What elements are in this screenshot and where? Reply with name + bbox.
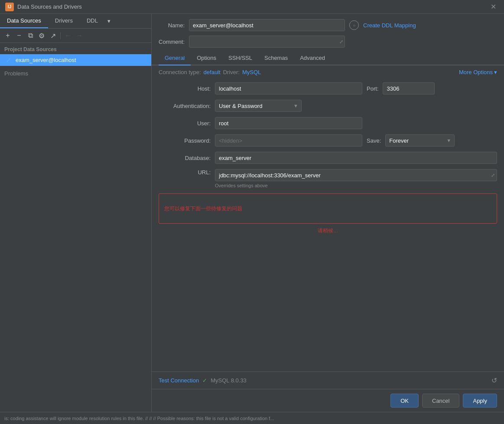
comment-input[interactable] xyxy=(189,36,345,48)
project-data-sources-header: Project Data Sources xyxy=(0,43,151,54)
right-panel: Name: ○ Create DDL Mapping Comment: ⤢ Ge… xyxy=(152,14,504,412)
database-input[interactable] xyxy=(215,152,497,164)
dialog-body: Data Sources Drivers DDL ▾ + − ⧉ ⚙ ↗ ← →… xyxy=(0,14,504,412)
tab-data-sources[interactable]: Data Sources xyxy=(0,14,48,28)
url-row: URL: ⤢ xyxy=(159,169,497,181)
dialog-title: Data Sources and Drivers xyxy=(17,3,488,10)
add-button[interactable]: + xyxy=(3,30,13,41)
settings-button[interactable]: ⚙ xyxy=(36,30,47,41)
password-input[interactable] xyxy=(215,134,362,147)
host-port-row: Host: Port: xyxy=(159,82,497,95)
name-input[interactable] xyxy=(189,19,345,31)
tab-drivers[interactable]: Drivers xyxy=(48,14,80,28)
dialog: IJ Data Sources and Drivers ✕ Data Sourc… xyxy=(0,0,504,412)
user-input[interactable] xyxy=(215,117,362,129)
tab-options[interactable]: Options xyxy=(191,51,222,65)
tab-ddl[interactable]: DDL xyxy=(80,14,105,28)
remove-button[interactable]: − xyxy=(14,30,24,41)
connection-type-value[interactable]: default xyxy=(204,69,221,75)
auth-select-wrapper: User & Password ▼ xyxy=(215,100,302,112)
save-select-wrapper: Forever ▼ xyxy=(385,134,455,147)
url-expand-icon[interactable]: ⤢ xyxy=(491,173,495,178)
error-text: 您可以修复下面一些待修复的问题 xyxy=(164,205,242,212)
comment-wrapper: ⤢ xyxy=(189,36,345,48)
name-row: Name: ○ Create DDL Mapping xyxy=(152,14,504,34)
mysql-version: MySQL 8.0.33 xyxy=(211,377,247,384)
toolbar-separator xyxy=(60,32,61,39)
error-hint: 请稍候... xyxy=(159,227,497,235)
port-input[interactable] xyxy=(383,82,435,95)
app-icon: IJ xyxy=(5,3,14,11)
comment-expand-icon[interactable]: ⤢ xyxy=(339,39,343,45)
port-label: Port: xyxy=(367,85,378,92)
database-row: Database: xyxy=(159,152,497,164)
config-tabs: General Options SSH/SSL Schemas Advanced xyxy=(152,51,504,65)
copy-button[interactable]: ⧉ xyxy=(25,30,36,41)
user-label: User: xyxy=(159,120,211,127)
error-box: 您可以修复下面一些待修复的问题 xyxy=(159,193,497,224)
left-panel: Data Sources Drivers DDL ▾ + − ⧉ ⚙ ↗ ← →… xyxy=(0,14,152,412)
more-options-arrow: ▾ xyxy=(494,69,497,75)
save-group: Save: Forever ▼ xyxy=(367,134,455,147)
comment-row: Comment: ⤢ xyxy=(152,34,504,51)
status-text: is: coding assistance will ignore module… xyxy=(4,416,274,421)
url-input-wrapper: ⤢ xyxy=(215,169,497,181)
check-icon: ✓ xyxy=(202,377,207,384)
conn-info-left: Connection type: default Driver: MySQL xyxy=(159,69,261,75)
form-content: Host: Port: Authentication: User & Passw… xyxy=(152,79,504,372)
test-connection-bar: Test Connection ✓ MySQL 8.0.33 ↺ xyxy=(152,372,504,389)
apply-button[interactable]: Apply xyxy=(463,394,497,408)
driver-value[interactable]: MySQL xyxy=(242,69,261,75)
more-options-button[interactable]: More Options ▾ xyxy=(459,69,497,75)
tab-schemas[interactable]: Schemas xyxy=(258,51,294,65)
user-row: User: xyxy=(159,117,497,129)
host-label: Host: xyxy=(159,85,211,92)
data-source-icon: ⤢ xyxy=(4,57,12,63)
ok-button[interactable]: OK xyxy=(390,394,419,408)
url-hint: Overrides settings above xyxy=(159,183,497,188)
back-button[interactable]: ← xyxy=(63,30,73,41)
tab-advanced[interactable]: Advanced xyxy=(294,51,331,65)
data-source-item[interactable]: ⤢ exam_server@localhost xyxy=(0,54,151,66)
title-bar: IJ Data Sources and Drivers ✕ xyxy=(0,0,504,14)
connection-type-label: Connection type: xyxy=(159,69,201,75)
close-button[interactable]: ✕ xyxy=(488,2,499,12)
forward-button[interactable]: → xyxy=(74,30,85,41)
tab-ssh-ssl[interactable]: SSH/SSL xyxy=(222,51,258,65)
create-ddl-link[interactable]: Create DDL Mapping xyxy=(363,22,416,29)
left-tabs: Data Sources Drivers DDL ▾ xyxy=(0,14,151,29)
status-bar: is: coding assistance will ignore module… xyxy=(0,412,504,424)
left-toolbar: + − ⧉ ⚙ ↗ ← → xyxy=(0,29,151,43)
port-group: Port: xyxy=(367,82,435,95)
tab-general[interactable]: General xyxy=(159,51,191,65)
move-out-button[interactable]: ↗ xyxy=(48,30,58,41)
data-source-label: exam_server@localhost xyxy=(16,57,76,63)
test-connection-button[interactable]: Test Connection xyxy=(159,377,199,384)
tab-dropdown[interactable]: ▾ xyxy=(105,14,113,28)
connection-info-row: Connection type: default Driver: MySQL M… xyxy=(152,65,504,79)
save-select[interactable]: Forever xyxy=(385,134,455,147)
password-row: Password: Save: Forever ▼ xyxy=(159,134,497,147)
auth-label: Authentication: xyxy=(159,103,211,109)
database-label: Database: xyxy=(159,155,211,161)
save-label: Save: xyxy=(367,137,381,144)
url-label: URL: xyxy=(159,169,211,176)
url-input[interactable] xyxy=(215,169,497,181)
refresh-button[interactable]: ↺ xyxy=(491,376,497,385)
auth-select[interactable]: User & Password xyxy=(215,100,302,112)
name-label: Name: xyxy=(159,22,185,29)
name-circle-button[interactable]: ○ xyxy=(349,20,359,30)
host-input[interactable] xyxy=(215,82,362,95)
dialog-actions: OK Cancel Apply xyxy=(152,389,504,412)
password-label: Password: xyxy=(159,137,211,144)
cancel-button[interactable]: Cancel xyxy=(422,394,459,408)
driver-label: Driver: xyxy=(223,69,240,75)
comment-label: Comment: xyxy=(159,39,185,45)
auth-row: Authentication: User & Password ▼ xyxy=(159,100,497,112)
more-options-label: More Options xyxy=(459,69,493,75)
problems-section: Problems xyxy=(0,66,151,81)
